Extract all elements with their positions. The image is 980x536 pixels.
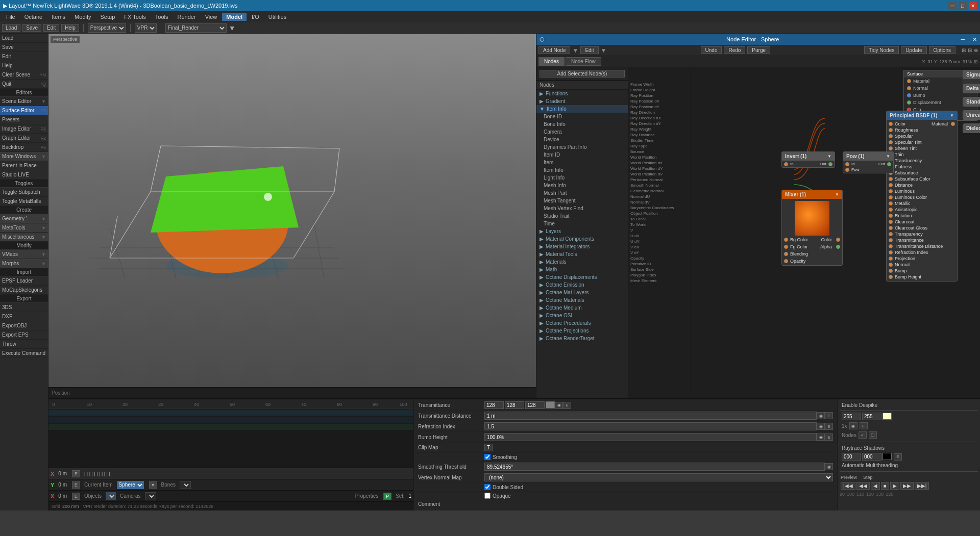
transmittance-icon-1[interactable]: ◉ bbox=[555, 402, 563, 409]
color-swatch[interactable] bbox=[883, 413, 892, 420]
trans-dist-icon-1[interactable]: ◉ bbox=[817, 412, 825, 419]
palette-layers[interactable]: ▶ Layers bbox=[536, 227, 628, 235]
palette-mesh-part[interactable]: Mesh Part bbox=[536, 189, 628, 197]
btn-morphs[interactable]: Morphs▼ bbox=[0, 259, 48, 268]
shadow-g[interactable] bbox=[862, 453, 881, 461]
shadow-icon[interactable]: E bbox=[894, 453, 902, 461]
palette-octane-osl[interactable]: ▶ Octane OSL bbox=[536, 312, 628, 319]
opaque-checkbox[interactable] bbox=[484, 493, 491, 499]
refraction-icon-1[interactable]: ◉ bbox=[817, 423, 825, 430]
menu-modify[interactable]: Modify bbox=[70, 13, 95, 21]
add-selected-nodes-btn[interactable]: Add Selected Node(s) bbox=[540, 70, 625, 78]
update-btn[interactable]: Update bbox=[901, 46, 926, 54]
menu-io[interactable]: I/O bbox=[248, 13, 263, 21]
palette-octane-emission[interactable]: ▶ Octane Emission bbox=[536, 281, 628, 289]
menu-view[interactable]: View bbox=[201, 13, 222, 21]
btn-throw[interactable]: Throw bbox=[0, 340, 48, 349]
btn-help[interactable]: Help bbox=[0, 61, 48, 70]
refraction-icon-2[interactable]: E bbox=[825, 423, 833, 430]
item-dropdown[interactable]: ▼ bbox=[149, 481, 157, 489]
play-prev-btn[interactable]: ◀◀ bbox=[856, 482, 870, 490]
bones-select[interactable] bbox=[180, 481, 191, 489]
palette-materials[interactable]: ▶ Materials bbox=[536, 258, 628, 266]
palette-functions[interactable]: ▶ Functions bbox=[536, 90, 628, 97]
menu-render[interactable]: Render bbox=[174, 13, 200, 21]
double-sided-checkbox[interactable] bbox=[484, 484, 491, 490]
play-stop-btn[interactable]: ■ bbox=[881, 482, 889, 490]
node-pow[interactable]: Pow (1)▼ In Out bbox=[843, 151, 894, 173]
transmittance-icon-2[interactable]: E bbox=[563, 402, 571, 409]
btn-exportobj[interactable]: ExportOBJ bbox=[0, 321, 48, 330]
menu-setup[interactable]: Setup bbox=[96, 13, 119, 21]
palette-octane-displacements[interactable]: ▶ Octane Displacements bbox=[536, 273, 628, 281]
palette-bone-info[interactable]: Bone Info bbox=[536, 120, 628, 128]
transmittance-g[interactable] bbox=[505, 401, 524, 409]
play-step-back-btn[interactable]: ◀ bbox=[871, 482, 880, 490]
palette-camera[interactable]: Camera bbox=[536, 128, 628, 136]
menu-octane[interactable]: Octane bbox=[20, 13, 46, 21]
btn-more-windows[interactable]: More Windows▼ bbox=[0, 152, 48, 161]
btn-toggle-metaballs[interactable]: Toggle MetaBalls bbox=[0, 197, 48, 206]
nodes-x[interactable]: ☐ bbox=[869, 431, 877, 439]
palette-mesh-vertex-find[interactable]: Mesh Vertex Find bbox=[536, 205, 628, 212]
play-start-btn[interactable]: |◀◀ bbox=[841, 482, 855, 490]
palette-studio-trait[interactable]: Studio Trait bbox=[536, 212, 628, 220]
transmittance-color-swatch[interactable] bbox=[546, 401, 555, 409]
palette-time[interactable]: Time bbox=[536, 220, 628, 227]
viewport-mode-select[interactable]: Perspective bbox=[88, 23, 126, 33]
btn-exporteps[interactable]: Export EPS bbox=[0, 330, 48, 340]
trans-dist-input[interactable] bbox=[484, 412, 817, 420]
trans-dist-icon-2[interactable]: E bbox=[825, 412, 833, 419]
palette-dynamics-part-info[interactable]: Dynamics Part Info bbox=[536, 143, 628, 151]
viewport-3d[interactable]: Perspective bbox=[48, 34, 536, 387]
palette-octane-rendertarget[interactable]: ▶ Octane RenderTarget bbox=[536, 335, 628, 342]
grid-icon[interactable]: ⊕ bbox=[974, 47, 978, 53]
cameras-select[interactable] bbox=[145, 492, 156, 500]
toolbar-help[interactable]: Help bbox=[61, 24, 79, 32]
color-g-input[interactable] bbox=[862, 413, 881, 420]
menu-utilities[interactable]: Utilities bbox=[264, 13, 290, 21]
palette-mesh-tangent[interactable]: Mesh Tangent bbox=[536, 197, 628, 205]
node-unreal[interactable]: Unreal (1)▼ bbox=[963, 110, 980, 120]
btn-metatools[interactable]: MetaTools▼ bbox=[0, 223, 48, 233]
palette-octane-materials[interactable]: ▶ Octane Materials bbox=[536, 296, 628, 304]
objects-select[interactable] bbox=[106, 492, 116, 500]
btn-mocap[interactable]: MoCapSkelegons bbox=[0, 286, 48, 295]
tab-nodes[interactable]: Nodes bbox=[538, 57, 565, 66]
palette-item-info-item[interactable]: Item Info bbox=[536, 166, 628, 174]
add-node-btn[interactable]: Add Node bbox=[538, 46, 570, 54]
toolbar-load[interactable]: Load bbox=[2, 24, 20, 32]
bump-height-icon-2[interactable]: E bbox=[825, 433, 833, 441]
btn-load[interactable]: Load bbox=[0, 34, 48, 43]
toolbar-edit[interactable]: Edit bbox=[43, 24, 59, 32]
btn-quit[interactable]: Quit+Q bbox=[0, 80, 48, 89]
shadow-swatch[interactable] bbox=[883, 453, 892, 460]
btn-save[interactable]: Save bbox=[0, 43, 48, 52]
node-editor-minimize[interactable]: ─ bbox=[961, 36, 965, 43]
palette-material-tools[interactable]: ▶ Material Tools bbox=[536, 250, 628, 258]
node-delta[interactable]: Delta (1)▼ bbox=[963, 84, 980, 93]
close-button[interactable]: ✕ bbox=[969, 2, 977, 10]
btn-execute-command[interactable]: Execute Command bbox=[0, 349, 48, 358]
node-mixer[interactable]: Mixer (1)▼ Bg Color bbox=[781, 190, 843, 266]
palette-bone-id[interactable]: Bone ID bbox=[536, 113, 628, 120]
smoothing-checkbox[interactable] bbox=[484, 454, 491, 460]
maximize-button[interactable]: □ bbox=[959, 2, 967, 10]
transmittance-r[interactable] bbox=[484, 401, 504, 409]
undo-btn[interactable]: Undo bbox=[701, 46, 722, 54]
menu-fxtools[interactable]: FX Tools bbox=[120, 13, 150, 21]
redo-btn[interactable]: Redo bbox=[724, 46, 745, 54]
shadow-r[interactable] bbox=[842, 453, 861, 461]
node-standard[interactable]: Standard (1)▼ bbox=[963, 97, 980, 107]
btn-scene-editor[interactable]: Scene Editor▼ bbox=[0, 97, 48, 106]
btn-epsf[interactable]: EPSF Loader bbox=[0, 276, 48, 286]
edit-btn[interactable]: Edit bbox=[580, 46, 598, 54]
menu-tools[interactable]: Tools bbox=[151, 13, 173, 21]
palette-gradient[interactable]: ▶ Gradient bbox=[536, 97, 628, 105]
palette-device[interactable]: Device bbox=[536, 136, 628, 143]
properties-btn[interactable]: P bbox=[383, 493, 391, 500]
btn-miscellaneous[interactable]: Miscellaneous▼ bbox=[0, 233, 48, 242]
layout-icon[interactable]: ⊟ bbox=[968, 47, 972, 53]
transmittance-b[interactable] bbox=[525, 401, 545, 409]
node-editor-maximize[interactable]: □ bbox=[967, 36, 970, 43]
